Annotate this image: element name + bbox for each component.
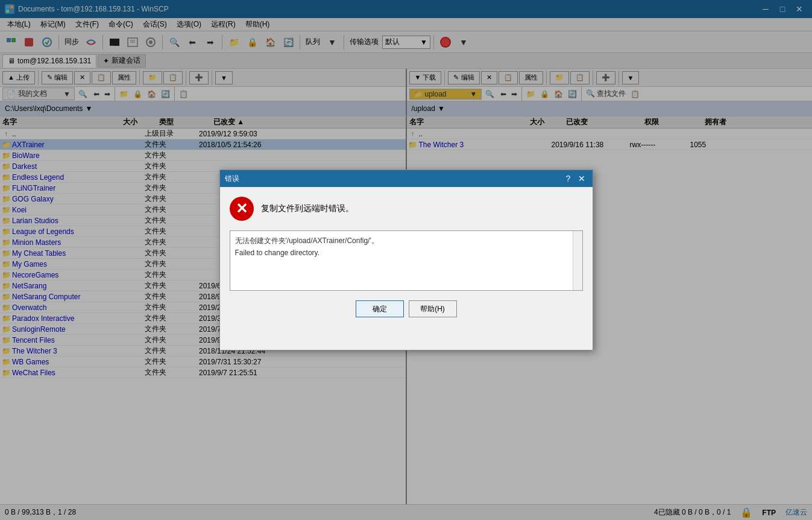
dialog-title-buttons: ? ✕ bbox=[562, 173, 588, 184]
dialog-message-line1: 无法创建文件夹'/upload/AXTrainer/Config/'。 bbox=[235, 236, 578, 246]
dialog-message-box: 无法创建文件夹'/upload/AXTrainer/Config/'。 Fail… bbox=[230, 230, 583, 291]
dialog-help-button[interactable]: 帮助(H) bbox=[409, 300, 457, 317]
error-icon: ✕ bbox=[230, 197, 254, 221]
dialog-heading: 复制文件到远端时错误。 bbox=[261, 203, 354, 214]
dialog-ok-button[interactable]: 确定 bbox=[356, 300, 404, 317]
winscp-window: Documents - tom@192.168.159.131 - WinSCP… bbox=[0, 0, 812, 520]
dialog-title-bar: 错误 ? ✕ bbox=[220, 170, 593, 187]
dialog-body: ✕ 复制文件到远端时错误。 无法创建文件夹'/upload/AXTrainer/… bbox=[220, 187, 593, 327]
dialog-close-btn[interactable]: ✕ bbox=[576, 173, 588, 184]
dialog-buttons: 确定 帮助(H) bbox=[230, 300, 583, 317]
error-dialog: 错误 ? ✕ ✕ 复制文件到远端时错误。 无法创建文件夹'/upload/AXT… bbox=[219, 170, 593, 350]
dialog-header-row: ✕ 复制文件到远端时错误。 bbox=[230, 197, 583, 221]
dialog-overlay: 错误 ? ✕ ✕ 复制文件到远端时错误。 无法创建文件夹'/upload/AXT… bbox=[0, 0, 812, 520]
dialog-help-btn[interactable]: ? bbox=[562, 173, 574, 184]
dialog-scrollbar[interactable] bbox=[573, 231, 582, 290]
dialog-message-container: 无法创建文件夹'/upload/AXTrainer/Config/'。 Fail… bbox=[230, 230, 583, 291]
dialog-title-text: 错误 bbox=[225, 174, 239, 184]
dialog-message-line2: Failed to change directory. bbox=[235, 249, 578, 257]
